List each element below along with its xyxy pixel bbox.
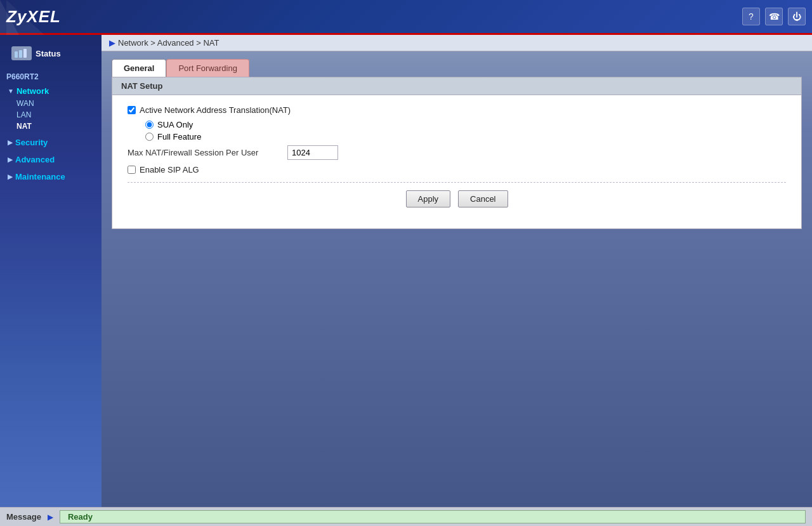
apply-button[interactable]: Apply [406,190,451,207]
main-layout: Status P660RT2 ▼ Network WAN LAN NAT ▶ S… [0,35,812,507]
sidebar-item-network[interactable]: ▼ Network [5,84,96,98]
breadcrumb-arrow: ▶ [109,38,115,48]
panel-body: Active Network Address Translation(NAT) … [112,95,801,220]
network-expand-icon: ▼ [8,88,14,95]
nat-active-label: Active Network Address Translation(NAT) [140,105,291,115]
content-area: ▶ Network > Advanced > NAT General Port … [102,35,812,507]
sidebar-item-lan[interactable]: LAN [5,109,96,121]
max-session-row: Max NAT/Firewall Session Per User [128,145,786,160]
radio-sua-only[interactable] [145,121,154,129]
help-icon-btn[interactable]: ? [742,8,760,25]
radio-sua-row: SUA Only [145,120,786,129]
radio-full-label: Full Feature [157,132,201,141]
power-icon-btn[interactable]: ⏻ [788,8,806,25]
status-icon [11,46,32,60]
form-divider [128,182,786,183]
cancel-button[interactable]: Cancel [458,190,508,207]
nat-active-checkbox[interactable] [128,106,136,114]
sidebar: Status P660RT2 ▼ Network WAN LAN NAT ▶ S… [0,35,102,507]
sip-alg-row: Enable SIP ALG [128,165,786,174]
sidebar-item-wan[interactable]: WAN [5,98,96,109]
security-label: Security [15,138,48,147]
tab-general[interactable]: General [112,59,166,77]
sidebar-item-nat[interactable]: NAT [5,121,96,132]
advanced-expand-icon: ▶ [8,156,13,163]
sidebar-section-maintenance: ▶ Maintenance [0,168,102,185]
status-label: Status [36,49,61,58]
max-session-label: Max NAT/Firewall Session Per User [128,148,280,157]
sip-alg-label: Enable SIP ALG [140,165,199,174]
panel-title: NAT Setup [112,77,801,95]
sidebar-item-maintenance[interactable]: ▶ Maintenance [5,170,96,183]
svg-rect-2 [23,49,27,58]
breadcrumb-path: Network > Advanced > NAT [118,38,219,48]
nat-active-row: Active Network Address Translation(NAT) [128,105,786,115]
nat-setup-panel: NAT Setup Active Network Address Transla… [112,77,802,229]
statusbar-value: Ready [60,510,806,523]
maintenance-expand-icon: ▶ [8,173,13,180]
sidebar-section-network: ▼ Network WAN LAN NAT [0,82,102,134]
nat-radio-group: SUA Only Full Feature [145,120,786,141]
button-row: Apply Cancel [128,190,786,207]
security-expand-icon: ▶ [8,139,13,146]
network-label: Network [16,86,49,96]
radio-full-feature[interactable] [145,133,154,141]
page-content: General Port Forwarding NAT Setup Active… [102,51,812,237]
sidebar-item-security[interactable]: ▶ Security [5,136,96,149]
header-icons: ? ☎ ⏻ [742,8,806,25]
phone-icon-btn[interactable]: ☎ [765,8,783,25]
tab-port-forwarding[interactable]: Port Forwarding [166,59,249,77]
svg-rect-1 [19,50,22,58]
device-name: P660RT2 [0,69,102,82]
advanced-label: Advanced [15,155,55,164]
sidebar-section-security: ▶ Security [0,134,102,151]
max-session-input[interactable] [287,145,338,160]
svg-rect-0 [15,51,18,58]
status-button[interactable]: Status [5,41,96,65]
sidebar-item-advanced[interactable]: ▶ Advanced [5,153,96,166]
statusbar-arrow: ▶ [48,513,53,522]
radio-sua-label: SUA Only [157,120,193,129]
statusbar: Message ▶ Ready [0,507,812,526]
maintenance-label: Maintenance [15,172,65,181]
breadcrumb: ▶ Network > Advanced > NAT [102,35,812,51]
radio-full-row: Full Feature [145,132,786,141]
statusbar-label: Message [6,512,41,522]
header: ZyXEL ? ☎ ⏻ [0,0,812,35]
sip-alg-checkbox[interactable] [128,166,136,174]
sidebar-section-advanced: ▶ Advanced [0,151,102,168]
tabs: General Port Forwarding [112,59,802,77]
